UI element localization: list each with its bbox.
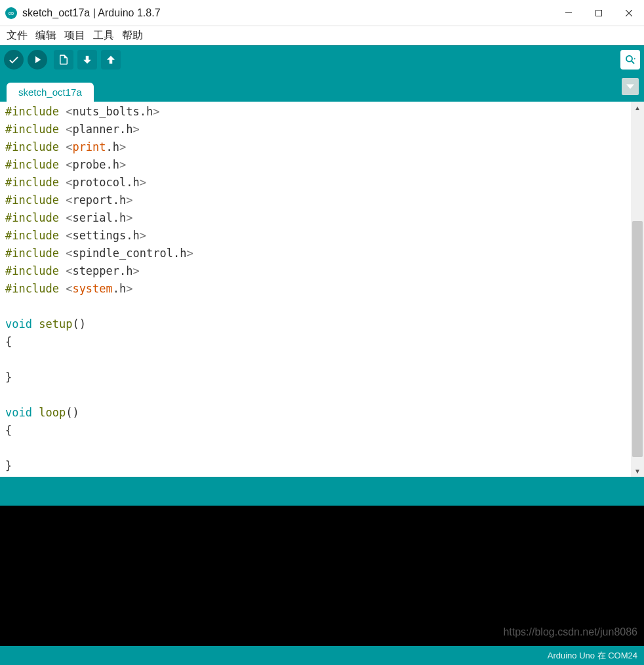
menu-sketch[interactable]: 项目 — [60, 28, 89, 44]
window-controls — [553, 0, 644, 26]
minimize-button[interactable] — [553, 0, 584, 26]
svg-rect-0 — [565, 12, 572, 13]
save-button[interactable] — [101, 50, 121, 70]
board-info: Arduino Uno 在 COM24 — [548, 650, 637, 662]
watermark-text: https://blog.csdn.net/jun8086 — [503, 626, 637, 638]
footer-bar: Arduino Uno 在 COM24 — [0, 646, 644, 665]
vertical-scrollbar[interactable]: ▲ ▼ — [631, 102, 644, 477]
verify-button[interactable] — [4, 50, 24, 70]
toolbar — [0, 45, 644, 73]
svg-point-4 — [626, 56, 632, 62]
menu-tools[interactable]: 工具 — [89, 28, 118, 44]
scroll-thumb[interactable] — [632, 221, 643, 457]
menu-edit[interactable]: 编辑 — [31, 28, 60, 44]
upload-button[interactable] — [28, 50, 47, 70]
open-button[interactable] — [77, 50, 97, 70]
tab-bar: sketch_oct17a — [0, 73, 644, 102]
arduino-logo-icon — [5, 7, 17, 19]
code-editor[interactable]: #include <nuts_bolts.h> #include <planne… — [0, 102, 631, 477]
svg-line-5 — [632, 60, 634, 63]
maximize-button[interactable] — [584, 0, 614, 26]
status-bar — [0, 477, 644, 506]
menu-help[interactable]: 帮助 — [118, 28, 147, 44]
serial-monitor-button[interactable] — [620, 50, 640, 70]
editor-area: #include <nuts_bolts.h> #include <planne… — [0, 102, 644, 477]
window-titlebar: sketch_oct17a | Arduino 1.8.7 — [0, 0, 644, 26]
svg-rect-1 — [596, 10, 602, 16]
scroll-up-icon[interactable]: ▲ — [631, 102, 644, 113]
close-button[interactable] — [614, 0, 644, 26]
svg-point-6 — [634, 58, 635, 59]
tab-active[interactable]: sketch_oct17a — [7, 83, 94, 102]
console-output[interactable]: https://blog.csdn.net/jun8086 — [0, 506, 644, 646]
menu-file[interactable]: 文件 — [3, 28, 31, 44]
menu-bar: 文件 编辑 项目 工具 帮助 — [0, 26, 644, 45]
tab-menu-button[interactable] — [622, 78, 639, 95]
window-title: sketch_oct17a | Arduino 1.8.7 — [22, 7, 161, 19]
scroll-down-icon[interactable]: ▼ — [631, 465, 644, 477]
new-button[interactable] — [54, 50, 73, 70]
